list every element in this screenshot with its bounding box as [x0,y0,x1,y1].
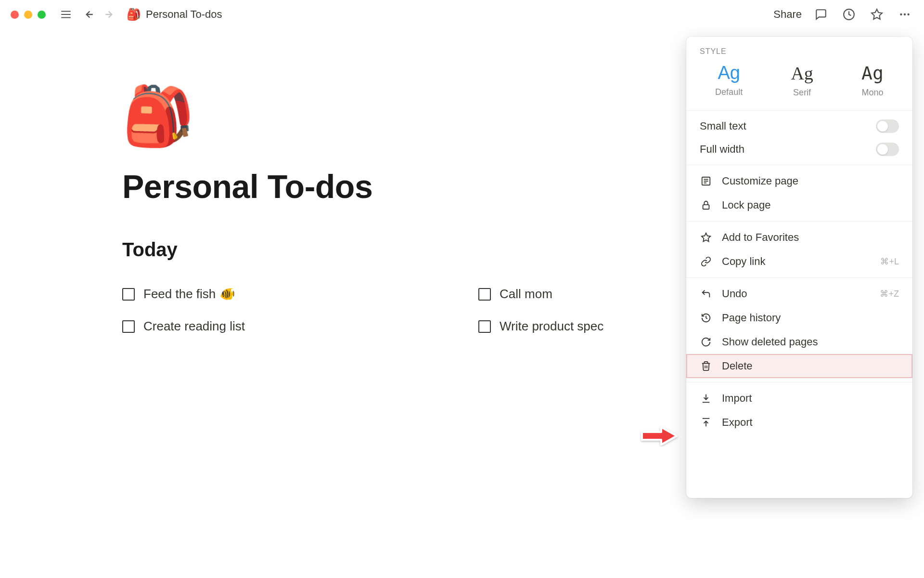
svg-point-7 [900,13,902,15]
style-header: STYLE [686,40,912,60]
export-icon [700,416,712,429]
export-item[interactable]: Export [686,410,912,434]
back-button[interactable] [79,6,97,23]
restore-icon [700,336,712,348]
checkbox[interactable] [122,288,135,301]
style-sample: Ag [861,63,884,84]
annotation-arrow [640,425,679,447]
svg-marker-15 [702,233,710,241]
todo-item[interactable]: Create reading list [122,319,478,334]
trash-icon [700,360,712,372]
menu-label: Page history [722,312,781,324]
menu-label: Copy link [722,255,765,268]
page-options-menu: STYLE Ag Default Ag Serif Ag Mono Small … [686,37,912,498]
menu-label: Customize page [722,175,798,187]
delete-item[interactable]: Delete [686,354,912,378]
style-sample: Ag [718,63,740,83]
style-default[interactable]: Ag Default [715,63,743,98]
style-name: Serif [793,88,811,98]
style-serif[interactable]: Ag Serif [791,63,813,98]
menu-label: Export [722,416,753,429]
menu-shortcut: ⌘+L [880,256,899,267]
top-bar: 🎒 Personal To-dos Share [0,0,924,29]
menu-label: Undo [722,288,747,300]
more-menu-button[interactable] [896,6,913,23]
history-icon [700,312,712,324]
full-width-toggle[interactable] [876,143,899,156]
style-options: Ag Default Ag Serif Ag Mono [686,60,912,106]
comments-icon[interactable] [812,6,830,23]
style-name: Default [715,87,743,97]
forward-button[interactable] [102,6,119,23]
lock-page-item[interactable]: Lock page [686,193,912,217]
todo-label: Write product spec [500,319,603,334]
sidebar-toggle-button[interactable] [57,6,75,23]
todo-label: Call mom [500,287,552,302]
maximize-window-button[interactable] [38,11,46,19]
window-controls [11,11,46,19]
checkbox[interactable] [478,320,491,333]
checkbox[interactable] [122,320,135,333]
small-text-label: Small text [700,120,746,132]
star-icon [700,231,712,244]
style-sample: Ag [791,63,813,84]
svg-rect-14 [703,205,709,209]
menu-label: Delete [722,360,753,372]
page-history-item[interactable]: Page history [686,306,912,330]
small-text-toggle[interactable] [876,119,899,133]
svg-point-8 [904,13,906,15]
close-window-button[interactable] [11,11,19,19]
todo-label: Create reading list [143,319,245,334]
checkbox[interactable] [478,288,491,301]
customize-icon [700,175,712,187]
customize-page-item[interactable]: Customize page [686,169,912,193]
menu-label: Add to Favorites [722,231,799,244]
import-icon [700,392,712,405]
menu-label: Lock page [722,199,771,211]
menu-label: Show deleted pages [722,336,818,348]
style-name: Mono [861,88,883,98]
undo-item[interactable]: Undo ⌘+Z [686,282,912,306]
menu-label: Import [722,392,752,405]
svg-point-9 [907,13,909,15]
breadcrumb-emoji: 🎒 [127,8,141,21]
style-mono[interactable]: Ag Mono [861,63,884,98]
lock-icon [700,199,712,211]
breadcrumb[interactable]: 🎒 Personal To-dos [127,8,222,21]
favorite-icon[interactable] [868,6,886,23]
todo-item[interactable]: Feed the fish 🐠 [122,287,478,302]
full-width-label: Full width [700,143,744,156]
small-text-toggle-row: Small text [686,115,912,138]
updates-icon[interactable] [840,6,858,23]
breadcrumb-title: Personal To-dos [146,8,222,21]
share-button[interactable]: Share [773,8,802,21]
copy-link-item[interactable]: Copy link ⌘+L [686,250,912,274]
link-icon [700,255,712,268]
full-width-toggle-row: Full width [686,138,912,161]
undo-icon [700,288,712,300]
show-deleted-item[interactable]: Show deleted pages [686,330,912,354]
todo-label: Feed the fish 🐠 [143,287,235,302]
minimize-window-button[interactable] [24,11,32,19]
menu-shortcut: ⌘+Z [880,289,899,299]
add-to-favorites-item[interactable]: Add to Favorites [686,225,912,250]
topbar-right: Share [773,6,913,23]
svg-marker-6 [872,9,882,19]
import-item[interactable]: Import [686,386,912,410]
